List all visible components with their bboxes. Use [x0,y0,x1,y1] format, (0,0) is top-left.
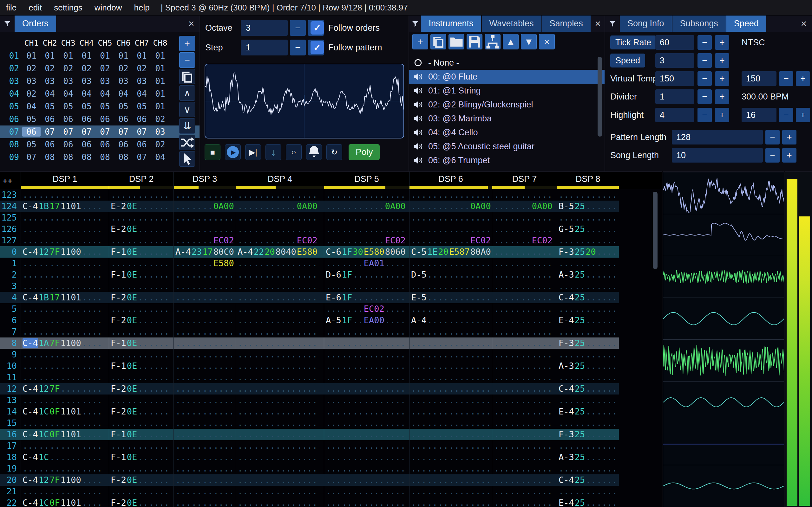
pattern-cell[interactable]: ............... [409,360,492,372]
close-icon[interactable]: × [796,15,812,32]
pattern-cell[interactable]: ........... [492,474,557,486]
order-cell[interactable]: 06 [59,114,78,124]
pattern-cell[interactable]: ............... [20,258,109,269]
order-cell[interactable]: 01 [22,51,41,60]
order-cell[interactable]: 04 [78,89,96,99]
pattern-cell[interactable]: ........... [492,315,557,326]
repeat-pattern-button[interactable]: ↻ [326,144,342,160]
pattern-cell[interactable]: ........... [557,440,619,452]
pattern-cell[interactable]: E-425...... [557,497,619,507]
virtual-tempo-denominator-input[interactable]: 150 [742,71,776,86]
order-cell[interactable]: 07 [41,127,59,136]
instrument-list-scrollbar[interactable] [598,57,602,136]
pattern-cell[interactable]: ........... [557,417,619,429]
order-cell[interactable]: 07 [59,127,78,136]
pattern-cell[interactable]: C-61F30E5808060 [324,246,409,258]
instrument-open-button[interactable] [449,34,464,49]
pattern-cell[interactable]: ...........EC02 [409,235,492,246]
pattern-cell[interactable]: ............... [236,303,324,315]
instrument-item[interactable]: 06: @6 Trumpet [409,153,605,167]
pattern-cell[interactable]: ............... [236,189,324,201]
order-cell[interactable]: 04 [151,153,169,162]
pattern-cell[interactable]: E-20E...... [109,201,173,212]
pattern-cell[interactable]: ........... [109,349,173,360]
order-cell[interactable]: 03 [133,76,151,86]
pattern-cell[interactable]: ........... [109,417,173,429]
pattern-cell[interactable]: ........... [557,486,619,497]
order-cell[interactable]: 06 [133,114,151,124]
pattern-cell[interactable]: ........... [109,235,173,246]
order-cell[interactable]: 06 [96,114,114,124]
order-cell[interactable]: 02 [22,64,41,73]
pattern-cell[interactable]: ............... [20,303,109,315]
pattern-cell[interactable]: ............... [20,486,109,497]
order-cell[interactable]: 05 [59,102,78,111]
pattern-cell[interactable]: ........... [557,463,619,474]
pattern-length-increase-button[interactable]: + [782,130,797,145]
order-cell[interactable]: 01 [151,102,169,111]
order-cell[interactable]: 07 [22,153,41,162]
pattern-cell[interactable]: ........... [492,486,557,497]
pattern-cell[interactable]: ........... [557,280,619,292]
order-cell[interactable]: 03 [41,76,59,86]
record-button[interactable]: ○ [286,144,302,160]
pattern-cell[interactable]: .......EA01.... [324,258,409,269]
order-cell[interactable]: 06 [96,140,114,149]
pattern-cell[interactable]: ........... [173,474,236,486]
pattern-cell[interactable]: ............... [236,326,324,337]
pattern-cell[interactable]: ............... [20,395,109,406]
pattern-cell[interactable]: ............... [324,497,409,507]
pattern-cell[interactable]: ........... [492,303,557,315]
pattern-cell[interactable]: ............... [20,440,109,452]
tick-rate-label[interactable]: Tick Rate [610,36,656,49]
pattern-cell[interactable]: F-20E...... [109,292,173,303]
virtual-tempo-num-increase-button[interactable]: + [715,71,729,86]
pattern-cell[interactable]: ........... [173,189,236,201]
pattern-cell[interactable]: ............... [20,326,109,337]
pattern-cell[interactable]: F-10E...... [109,337,173,349]
song-length-increase-button[interactable]: + [782,148,797,163]
tick-rate-increase-button[interactable]: + [715,35,729,50]
pattern-cell[interactable]: ............... [236,497,324,507]
pattern-length-input[interactable]: 128 [672,130,763,145]
pattern-cell[interactable]: ............... [20,417,109,429]
pattern-cell[interactable]: ............... [324,223,409,235]
order-cell[interactable]: 03 [114,76,133,86]
pattern-cell[interactable]: ............... [324,383,409,395]
instrument-toggle-folders-button[interactable] [485,34,501,49]
instrument-item[interactable]: 01: @1 String [409,83,605,98]
pattern-cell[interactable]: C-51E20E58780A0 [409,246,492,258]
order-cell[interactable]: 03 [151,127,169,136]
order-cell[interactable]: 05 [133,102,151,111]
pattern-cell[interactable]: ........... [492,497,557,507]
channel-header-1[interactable]: DSP 1 [20,172,109,189]
order-row[interactable]: 020202020202020201 [0,62,200,75]
order-row[interactable]: 060506060606060602 [0,113,200,125]
divider-increase-button[interactable]: + [715,89,729,104]
order-cell[interactable]: 02 [96,64,114,73]
pattern-cell[interactable]: ............... [409,474,492,486]
pattern-cell[interactable]: ............... [324,463,409,474]
menu-edit[interactable]: edit [22,3,48,13]
pattern-cell[interactable]: ............... [20,349,109,360]
pattern-cell[interactable]: ........... [492,212,557,223]
channel-header-5[interactable]: DSP 5 [324,172,409,189]
follow-pattern-checkbox[interactable]: ✓ [310,41,324,54]
order-cell[interactable]: 06 [133,140,151,149]
instrument-item[interactable]: 02: @2 Blingy/Glockenspiel [409,98,605,112]
pattern-cell[interactable]: ............... [324,429,409,440]
pattern-cell[interactable]: D-61F.......... [324,269,409,280]
pattern-cell[interactable]: ........... [109,258,173,269]
order-cell[interactable]: 08 [96,153,114,162]
window-menu-icon[interactable] [605,15,620,32]
play-from-cursor-button[interactable]: ▶| [245,144,261,160]
pattern-cell[interactable]: ............... [409,223,492,235]
pattern-cell[interactable]: ............... [236,429,324,440]
stop-button[interactable]: ■ [205,144,220,160]
pattern-cell[interactable]: ............... [409,303,492,315]
pattern-cell[interactable]: ............... [20,223,109,235]
pattern-cell[interactable]: ............... [236,474,324,486]
order-row[interactable]: 010101010101010101 [0,49,200,62]
pattern-length-decrease-button[interactable]: − [765,130,780,145]
pattern-cell[interactable]: ........... [492,258,557,269]
